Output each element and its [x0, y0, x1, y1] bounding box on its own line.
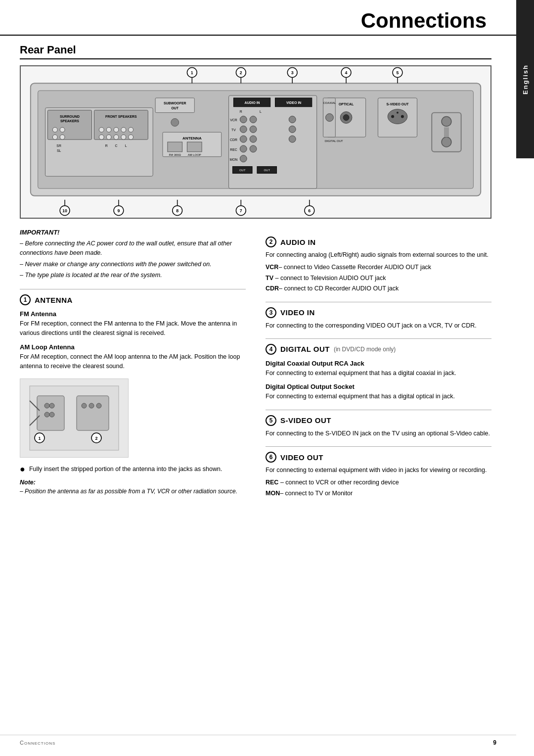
svg-rect-34: [187, 142, 202, 152]
svideoout-text: For connecting to the S-VIDEO IN jack on…: [266, 429, 491, 438]
page-title: Connections: [0, 0, 516, 36]
svg-text:3: 3: [291, 70, 294, 75]
svg-text:9: 9: [117, 208, 120, 213]
important-point-2: – Never make or change any connections w…: [20, 260, 246, 269]
svg-text:L: L: [125, 144, 127, 147]
svg-text:OUT: OUT: [171, 106, 178, 110]
important-text: – Before connecting the AC power cord to…: [20, 239, 246, 280]
svg-text:OPTICAL: OPTICAL: [339, 102, 354, 106]
videoout-rec: REC – connect to VCR or other recording …: [266, 478, 491, 487]
important-section: IMPORTANT! – Before connecting the AC po…: [20, 229, 246, 280]
coaxial-title: Digital Coaxial Output RCA Jack: [266, 360, 491, 367]
am-antenna-text: For AM reception, connect the AM loop an…: [20, 352, 246, 372]
audioin-tv: TV – connect to Television AUDIO OUT jac…: [266, 274, 491, 283]
svg-point-51: [289, 126, 296, 133]
svg-rect-33: [168, 142, 182, 152]
svg-point-80: [442, 117, 451, 127]
section-antenna-header: 1 ANTENNA: [20, 289, 246, 305]
svg-text:4: 4: [345, 70, 348, 75]
svg-text:AM LOOP: AM LOOP: [188, 153, 201, 156]
section-title-digitalout: DIGITAL OUT: [280, 345, 330, 353]
svg-point-23: [129, 135, 134, 140]
svg-point-120: [44, 412, 49, 417]
svg-point-45: [240, 116, 247, 123]
svg-point-54: [250, 136, 257, 142]
svg-text:OUT: OUT: [239, 169, 246, 172]
svg-text:1: 1: [38, 436, 41, 441]
svg-text:AUDIO IN: AUDIO IN: [245, 101, 260, 104]
audioin-vcr: VCR– connect to Video Cassette Recorder …: [266, 263, 491, 272]
svg-point-7: [60, 127, 65, 132]
vcr-term: VCR: [266, 264, 278, 271]
am-antenna-title: AM Loop Antenna: [20, 343, 246, 351]
svg-point-123: [89, 403, 94, 408]
svg-text:DIGITAL OUT: DIGITAL OUT: [325, 140, 343, 142]
section-rear-panel-title: Rear Panel: [20, 44, 491, 59]
important-point-3: – The type plate is located at the rear …: [20, 271, 246, 280]
videoin-text: For connecting to the corresponding VIDE…: [266, 321, 491, 331]
svg-text:7: 7: [240, 208, 242, 213]
svg-text:ANTENNA: ANTENNA: [182, 136, 202, 141]
footer-label: Connections: [20, 740, 55, 746]
audioin-text: For connecting analog (Left/Right) audio…: [266, 250, 491, 260]
bullet-text: Fully insert the stripped portion of the…: [29, 465, 222, 474]
content-columns: IMPORTANT! – Before connecting the AC po…: [20, 229, 491, 499]
language-label: English: [522, 64, 529, 94]
svg-point-16: [114, 127, 119, 132]
svg-point-22: [121, 135, 126, 140]
svg-point-57: [240, 145, 247, 152]
svg-text:L: L: [260, 110, 262, 113]
audioin-cdr: CDR– connect to CD Recorder AUDIO OUT ja…: [266, 284, 491, 293]
svg-point-50: [250, 126, 257, 133]
section-svideoout-header: 5 S-VIDEO OUT: [266, 410, 491, 426]
rec-term: REC: [266, 479, 278, 486]
svg-point-14: [99, 127, 104, 132]
svg-point-122: [82, 403, 87, 408]
svg-point-78: [397, 112, 399, 114]
svg-point-68: [343, 115, 349, 121]
svg-rect-82: [444, 127, 449, 137]
rear-panel-diagram: SURROUND SPEAKERS SR SL FRONT SPEAKERS R: [20, 65, 491, 219]
section-subtitle-digitalout: (in DVD/CD mode only): [334, 346, 396, 353]
svg-point-15: [106, 127, 111, 132]
vcr-desc: – connect to Video Cassette Recorder AUD…: [278, 264, 431, 271]
svg-text:R: R: [240, 110, 242, 113]
svg-text:VIDEO IN: VIDEO IN: [286, 101, 301, 104]
svg-point-9: [60, 135, 65, 140]
svg-text:REC: REC: [230, 148, 237, 151]
svg-text:SR: SR: [56, 144, 61, 147]
svg-point-8: [52, 135, 57, 140]
svg-text:6: 6: [308, 208, 311, 213]
rec-desc: – connect to VCR or other recording devi…: [278, 479, 399, 486]
section-num-svideoout: 5: [266, 415, 276, 426]
important-point-1: – Before connecting the AC power cord to…: [20, 239, 246, 258]
svg-rect-75: [388, 109, 407, 124]
note-text: – Position the antenna as far as possibl…: [20, 487, 246, 496]
svg-point-71: [326, 114, 334, 122]
svg-point-49: [240, 126, 247, 133]
svg-point-58: [250, 145, 257, 152]
svg-point-30: [171, 119, 179, 127]
antenna-bullet: ● Fully insert the stripped portion of t…: [20, 465, 246, 474]
svg-point-21: [114, 135, 119, 140]
section-num-videoin: 3: [266, 307, 276, 318]
page-footer: Connections 9: [0, 735, 516, 746]
svg-text:TV: TV: [231, 128, 236, 132]
section-videoin-header: 3 VIDEO IN: [266, 302, 491, 318]
note-title: Note:: [20, 479, 246, 486]
cdr-term: CDR: [266, 285, 279, 292]
svg-point-18: [129, 127, 134, 132]
svg-text:SL: SL: [57, 149, 61, 152]
svg-text:SURROUND: SURROUND: [60, 115, 80, 118]
section-num-videoout: 6: [266, 452, 276, 463]
left-column: IMPORTANT! – Before connecting the AC po…: [20, 229, 246, 499]
svg-point-119: [49, 403, 54, 408]
videoout-text: For connecting to external equipment wit…: [266, 466, 491, 475]
svg-point-124: [96, 403, 101, 408]
section-title-audioin: AUDIO IN: [280, 238, 316, 246]
svg-rect-117: [77, 396, 109, 430]
footer-page-num: 9: [493, 739, 496, 746]
svg-point-118: [44, 403, 49, 408]
section-title-antenna: ANTENNA: [35, 296, 73, 304]
svg-point-47: [289, 116, 296, 123]
